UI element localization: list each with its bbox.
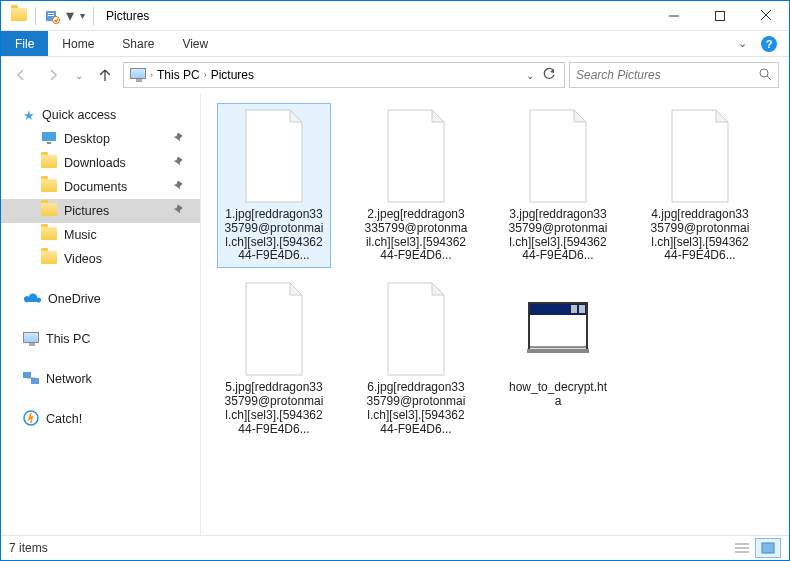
ribbon-expand-icon[interactable]: ⌄ [738, 37, 747, 50]
sidebar-item-label: Documents [64, 180, 127, 194]
file-item[interactable]: 5.jpg[reddragon3335799@protonmail.ch][se… [217, 276, 331, 441]
pc-icon [130, 68, 146, 82]
search-icon[interactable] [758, 67, 772, 84]
file-name: 1.jpg[reddragon3335799@protonmail.ch][se… [222, 208, 326, 263]
file-item[interactable]: 4.jpg[reddragon3335799@protonmail.ch][se… [643, 103, 757, 268]
maximize-button[interactable] [697, 1, 743, 31]
file-item[interactable]: 3.jpg[reddragon3335799@protonmail.ch][se… [501, 103, 615, 268]
file-icon [231, 108, 317, 204]
sidebar-item-documents[interactable]: Documents [1, 175, 200, 199]
qat-overflow-icon[interactable]: ▾ [80, 10, 85, 21]
address-row: ⌄ › This PC › Pictures ⌄ [1, 57, 789, 93]
folder-icon [11, 8, 27, 24]
refresh-icon[interactable] [542, 67, 556, 84]
tab-home[interactable]: Home [48, 31, 108, 56]
properties-icon[interactable] [44, 8, 60, 24]
chevron-right-icon[interactable]: › [148, 70, 155, 80]
folder-icon [41, 203, 57, 219]
sidebar-item-label: Desktop [64, 132, 110, 146]
svg-line-9 [767, 76, 771, 80]
file-icon [515, 281, 601, 377]
svg-rect-22 [527, 349, 589, 353]
folder-icon [41, 251, 57, 267]
search-input[interactable] [569, 62, 779, 88]
search-field[interactable] [576, 68, 758, 82]
statusbar: 7 items [1, 535, 789, 560]
recent-locations-icon[interactable]: ⌄ [71, 70, 87, 81]
cloud-icon [23, 292, 41, 307]
svg-rect-13 [31, 378, 39, 384]
file-item[interactable]: 6.jpg[reddragon3335799@protonmail.ch][se… [359, 276, 473, 441]
qat-dropdown-icon[interactable]: ▾ [66, 8, 74, 24]
thumbnails-view-button[interactable] [755, 538, 781, 558]
breadcrumb-thispc[interactable]: This PC [155, 68, 202, 82]
tab-file[interactable]: File [1, 31, 48, 56]
details-view-button[interactable] [729, 538, 755, 558]
star-icon: ★ [23, 108, 35, 123]
sidebar-item-label: Pictures [64, 204, 109, 218]
file-name: 2.jpeg[reddragon3335799@protonmail.ch][s… [364, 208, 468, 263]
sidebar-item-desktop[interactable]: Desktop [1, 127, 200, 151]
sidebar-item-music[interactable]: Music [1, 223, 200, 247]
svg-rect-26 [762, 543, 774, 553]
window-title: Pictures [100, 9, 155, 23]
sidebar-item-label: Videos [64, 252, 102, 266]
sidebar-item-pictures[interactable]: Pictures [1, 199, 200, 223]
file-list[interactable]: 1.jpg[reddragon3335799@protonmail.ch][se… [201, 93, 789, 535]
svg-rect-1 [48, 13, 54, 14]
svg-rect-19 [571, 305, 577, 313]
svg-rect-2 [48, 15, 54, 16]
forward-button[interactable] [39, 61, 67, 89]
file-name: how_to_decrypt.hta [506, 381, 610, 409]
sidebar-item-onedrive[interactable]: OneDrive [1, 287, 200, 311]
svg-point-8 [760, 69, 768, 77]
svg-rect-10 [42, 132, 56, 141]
svg-rect-17 [529, 303, 587, 315]
pin-icon [169, 155, 184, 171]
file-icon [657, 108, 743, 204]
file-item[interactable]: how_to_decrypt.hta [501, 276, 615, 441]
file-item[interactable]: 1.jpg[reddragon3335799@protonmail.ch][se… [217, 103, 331, 268]
sidebar-item-catch[interactable]: Catch! [1, 407, 200, 431]
pin-icon [169, 131, 184, 147]
help-icon[interactable]: ? [761, 36, 777, 52]
breadcrumb-pictures[interactable]: Pictures [209, 68, 256, 82]
sidebar-item-downloads[interactable]: Downloads [1, 151, 200, 175]
back-button[interactable] [7, 61, 35, 89]
folder-icon [41, 227, 57, 243]
pin-icon [169, 179, 184, 195]
folder-icon [41, 131, 57, 148]
up-button[interactable] [91, 61, 119, 89]
sidebar-item-network[interactable]: Network [1, 367, 200, 391]
sidebar-item-label: This PC [46, 332, 90, 346]
breadcrumb[interactable]: › This PC › Pictures ⌄ [123, 62, 565, 88]
sidebar-item-label: Downloads [64, 156, 126, 170]
sidebar-item-videos[interactable]: Videos [1, 247, 200, 271]
chevron-right-icon[interactable]: › [202, 70, 209, 80]
pin-icon [169, 203, 184, 219]
sidebar-item-thispc[interactable]: This PC [1, 327, 200, 351]
file-item[interactable]: 2.jpeg[reddragon3335799@protonmail.ch][s… [359, 103, 473, 268]
tab-view[interactable]: View [168, 31, 222, 56]
svg-rect-12 [23, 372, 31, 378]
folder-icon [41, 155, 57, 171]
sidebar-item-label: Music [64, 228, 97, 242]
svg-rect-11 [47, 142, 51, 144]
file-icon [515, 108, 601, 204]
catch-icon [23, 410, 39, 429]
network-icon [23, 371, 39, 388]
file-icon [231, 281, 317, 377]
breadcrumb-dropdown-icon[interactable]: ⌄ [526, 70, 534, 81]
pc-icon [23, 332, 39, 346]
file-name: 5.jpg[reddragon3335799@protonmail.ch][se… [222, 381, 326, 436]
minimize-button[interactable] [651, 1, 697, 31]
sidebar-item-label: OneDrive [48, 292, 101, 306]
sidebar-item-label: Network [46, 372, 92, 386]
tab-share[interactable]: Share [108, 31, 168, 56]
sidebar: ★ Quick access DesktopDownloadsDocuments… [1, 93, 201, 535]
close-button[interactable] [743, 1, 789, 31]
file-icon [373, 108, 459, 204]
svg-point-3 [53, 16, 60, 23]
sidebar-quick-access[interactable]: ★ Quick access [1, 103, 200, 127]
svg-rect-5 [716, 11, 725, 20]
